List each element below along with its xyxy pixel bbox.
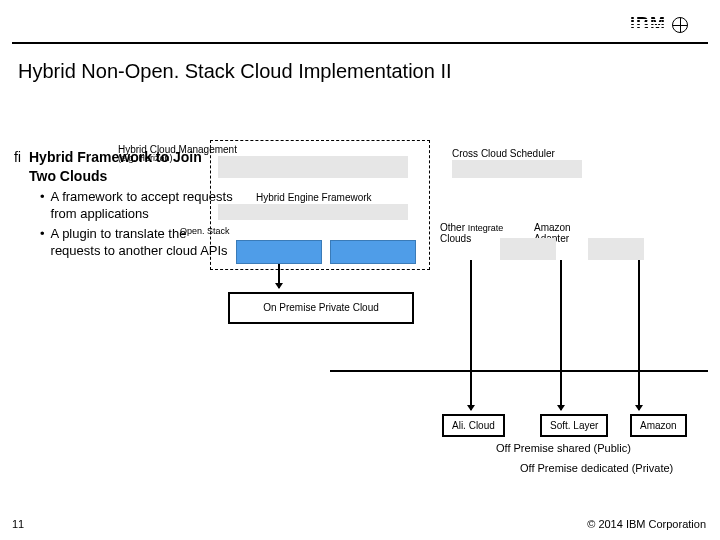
- arrow-2: [470, 260, 472, 410]
- arrow-4: [638, 260, 640, 410]
- header-rule: [12, 42, 708, 44]
- slide-root: IBM Hybrid Non-Open. Stack Cloud Impleme…: [0, 0, 720, 540]
- label-integrate: Other Integrate Clouds: [440, 222, 503, 244]
- bar-cross-cloud: [452, 160, 582, 178]
- header-logo: IBM: [630, 14, 688, 35]
- box-alicloud: Ali. Cloud: [442, 414, 505, 437]
- ibm-logo: IBM: [630, 14, 666, 35]
- slide-title: Hybrid Non-Open. Stack Cloud Implementat…: [18, 60, 452, 83]
- bullet-block: ﬁ Hybrid Framework to Join Two Clouds • …: [14, 148, 234, 260]
- bullet-marker: ﬁ: [14, 148, 21, 186]
- bar-integrate: [500, 238, 556, 260]
- box-softlayer: Soft. Layer: [540, 414, 608, 437]
- copyright: © 2014 IBM Corporation: [587, 518, 706, 530]
- bullet-sub-1: • A framework to accept requests from ap…: [40, 188, 234, 223]
- caption-public: Off Premise shared (Public): [496, 442, 631, 454]
- label-openstack: Open. Stack: [180, 226, 230, 236]
- label-hybrid-engine: Hybrid Engine Framework: [256, 192, 372, 203]
- arrow-1: [278, 264, 280, 288]
- bar-amazon-adapter: [588, 238, 644, 260]
- mid-rule: [330, 370, 708, 372]
- box-amazon: Amazon: [630, 414, 687, 437]
- box-on-premise: On Premise Private Cloud: [228, 292, 414, 324]
- arrow-3: [560, 260, 562, 410]
- page-number: 11: [12, 518, 24, 530]
- bluebox-2: [330, 240, 416, 264]
- bar-mgmt: [218, 156, 408, 178]
- globe-icon: [672, 17, 688, 33]
- caption-private: Off Premise dedicated (Private): [520, 462, 673, 474]
- label-cross-cloud: Cross Cloud Scheduler: [452, 148, 555, 159]
- bluebox-1: [236, 240, 322, 264]
- bar-hybrid-engine: [218, 204, 408, 220]
